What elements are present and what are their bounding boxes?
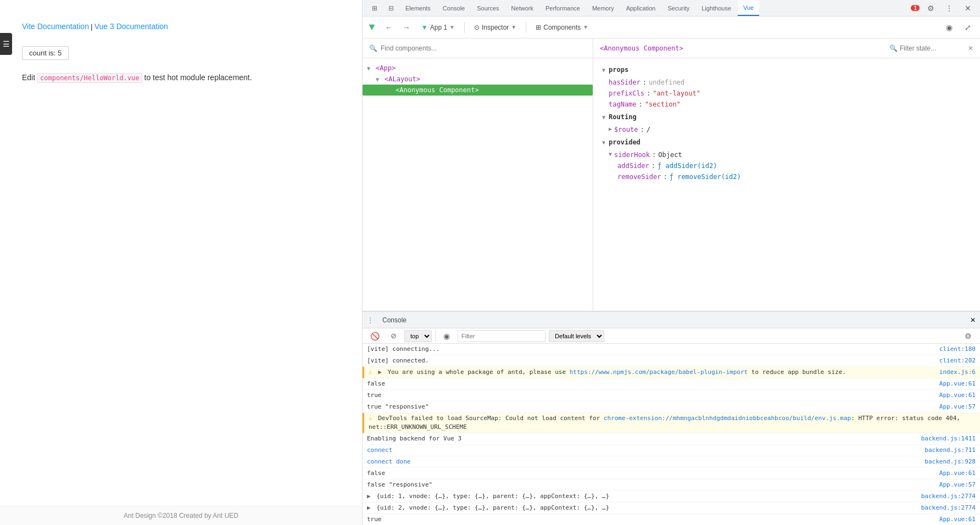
props-label: props	[609, 66, 628, 74]
log-false-1: false App.vue:61	[363, 378, 980, 390]
component-search-bar: 🔍	[363, 38, 593, 58]
tab-memory[interactable]: Memory	[587, 0, 620, 16]
prop-removeSider: removeSider : ƒ removeSider(id2)	[600, 171, 973, 182]
left-panel: ☰ Vite Documentation | Vue 3 Documentati…	[0, 0, 363, 525]
left-content: Vite Documentation | Vue 3 Documentation…	[0, 0, 362, 506]
devtools-icons-right: 1 ⚙ ⋮ ✕	[911, 1, 976, 16]
tree-tag-app: <App>	[376, 64, 396, 72]
inspector-label: Inspector	[482, 24, 509, 31]
prop-tagName: tagName : "section"	[600, 99, 973, 110]
vue-logo: ▼	[367, 21, 377, 33]
sidebar-toggle[interactable]: ☰	[0, 33, 12, 55]
inspector-comp-name: <Anonymous Component>	[600, 44, 683, 52]
console-settings-icon[interactable]: ⚙	[960, 328, 976, 344]
route-expand[interactable]: ▶	[609, 126, 612, 132]
props-section-header[interactable]: ▼ props	[600, 63, 973, 77]
tree-node-anon[interactable]: ▼ <Anonymous Component>	[363, 85, 593, 96]
log-connect: connect backend.js:711	[363, 445, 980, 456]
devtools-tab-bar: ⊞ ⊟ Elements Console Sources Network Per…	[363, 0, 980, 16]
tree-tag-alayout: <ALayout>	[385, 75, 420, 83]
filter-state-area: 🔍 ✕	[889, 44, 973, 52]
log-uid2-1: ▶ {uid: 2, vnode: {…}, type: {…}, parent…	[363, 502, 980, 514]
log-enabling-backend: Enabling backend for Vue 3 backend.js:14…	[363, 433, 980, 445]
expand-uid2-1[interactable]: ▶	[367, 504, 371, 511]
siderhook-expand[interactable]: ▼	[609, 151, 612, 157]
console-title: Console	[382, 316, 407, 324]
devtools-body: 🔍 ▼ <App> ▼ <ALayout> ▼ <Anonymous Compo…	[363, 38, 980, 311]
app-dropdown-arrow: ▼	[449, 24, 455, 30]
tab-application[interactable]: Application	[621, 0, 661, 16]
routing-label: Routing	[609, 113, 637, 121]
prop-prefixCls: prefixCls : "ant-layout"	[600, 88, 973, 99]
toolbar-separator-1	[464, 22, 465, 33]
clear-console-icon[interactable]: 🚫	[367, 328, 382, 344]
nav-forward-icon[interactable]: →	[399, 20, 414, 35]
nav-back-icon[interactable]: ←	[381, 20, 397, 35]
expand-arrow-1[interactable]: ▶	[378, 368, 382, 376]
log-true-2: true App.vue:61	[363, 514, 980, 525]
devtools-undock-icon[interactable]: ⊟	[383, 1, 399, 16]
tree-arrow-alayout: ▼	[376, 76, 382, 82]
tab-network[interactable]: Network	[506, 0, 539, 16]
tab-elements[interactable]: Elements	[400, 0, 436, 16]
edit-instruction: Edit components/HelloWorld.vue to test h…	[22, 73, 346, 82]
app-selector[interactable]: ▼ App 1 ▼	[416, 21, 460, 34]
stop-icon[interactable]: ⊘	[386, 328, 401, 344]
log-level-selector[interactable]: Default levels	[549, 330, 604, 342]
tab-lighthouse[interactable]: Lighthouse	[696, 0, 737, 16]
console-header: ⋮ Console ✕	[363, 312, 980, 328]
provided-section-header[interactable]: ▼ provided	[600, 135, 973, 149]
props-toggle-icon: ▼	[602, 67, 605, 73]
inspector-icon: ⊙	[474, 24, 480, 31]
component-tree: ▼ <App> ▼ <ALayout> ▼ <Anonymous Compone…	[363, 58, 593, 100]
tree-node-alayout[interactable]: ▼ <ALayout>	[363, 74, 593, 85]
antd-link[interactable]: https://www.npmjs.com/package/babel-plug…	[570, 368, 748, 376]
provided-label: provided	[609, 138, 641, 146]
component-search-input[interactable]	[381, 44, 586, 52]
components-label: Components	[543, 24, 581, 31]
toolbar-separator-2	[526, 22, 526, 33]
tab-security[interactable]: Security	[662, 0, 695, 16]
log-true-responsive-1: true "responsive" App.vue:57	[363, 401, 980, 413]
filter-icon: 🔍	[889, 44, 898, 52]
devtools-panel: ⊞ ⊟ Elements Console Sources Network Per…	[363, 0, 980, 525]
eye-console-icon[interactable]: ◉	[439, 328, 454, 344]
routing-section-header[interactable]: ▼ Routing	[600, 110, 973, 124]
ext-link[interactable]: chrome-extension://mhmngacblnhdgdmdaidni…	[604, 415, 851, 422]
vite-doc-link[interactable]: Vite Documentation	[22, 22, 89, 31]
filter-state-input[interactable]	[900, 44, 966, 52]
console-close-btn[interactable]: ✕	[970, 316, 976, 324]
settings-icon[interactable]: ⚙	[923, 1, 938, 16]
tree-tag-anon: <Anonymous Component>	[396, 86, 479, 94]
inspector-header: <Anonymous Component> 🔍 ✕	[593, 38, 980, 58]
eye-icon[interactable]: ◉	[942, 20, 957, 35]
vue-icon-small: ▼	[421, 24, 428, 31]
tree-node-app[interactable]: ▼ <App>	[363, 63, 593, 74]
vue-doc-link[interactable]: Vue 3 Documentation	[94, 22, 168, 31]
prop-route: ▶ $route : /	[600, 124, 973, 135]
tab-vue[interactable]: Vue	[738, 0, 759, 16]
tab-console[interactable]: Console	[437, 0, 470, 16]
tab-sources[interactable]: Sources	[471, 0, 504, 16]
routing-toggle-icon: ▼	[602, 114, 605, 120]
log-vite-connected: [vite] connected. client:202	[363, 355, 980, 367]
tab-performance[interactable]: Performance	[540, 0, 586, 16]
components-icon: ⊞	[536, 24, 541, 31]
edit-code: components/HelloWorld.vue	[37, 73, 142, 83]
close-icon[interactable]: ✕	[960, 1, 976, 16]
tree-arrow-anon: ▼	[387, 87, 393, 93]
toolbar-right: ◉ ⤢	[942, 20, 976, 35]
devtools-dock-icon[interactable]: ⊞	[367, 1, 382, 16]
tree-arrow-app: ▼	[367, 65, 374, 71]
components-btn[interactable]: ⊞ Components ▼	[531, 21, 593, 34]
context-selector[interactable]: top	[404, 330, 432, 342]
inspector-btn[interactable]: ⊙ Inspector ▼	[469, 21, 521, 34]
component-inspector: ▼ props hasSider : undefined prefixCls :…	[593, 58, 980, 311]
inspector-close-icon[interactable]: ✕	[968, 44, 973, 52]
expand-uid1[interactable]: ▶	[367, 493, 371, 500]
vue-toolbar: ▼ ← → ▼ App 1 ▼ ⊙ Inspector ▼ ⊞ Componen…	[363, 16, 980, 38]
more-icon[interactable]: ⋮	[942, 1, 957, 16]
expand-icon[interactable]: ⤢	[960, 20, 976, 35]
console-filter-input[interactable]	[458, 330, 545, 342]
log-antd-warning: ⚠ ▶ You are using a whole package of ant…	[363, 367, 980, 378]
